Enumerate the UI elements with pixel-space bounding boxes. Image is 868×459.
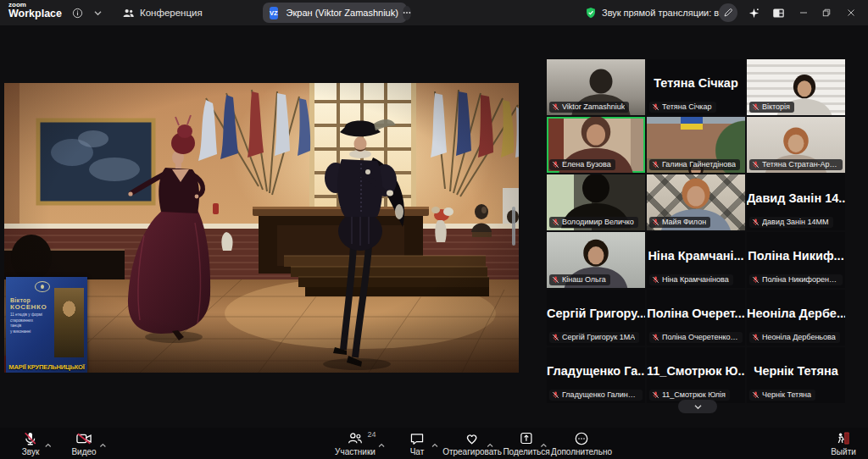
muted-mic-icon <box>652 334 659 341</box>
tab-screen-share[interactable]: VZ Экран (Viktor Zamashniuk) <box>263 3 407 23</box>
muted-mic-icon <box>652 103 659 111</box>
participant-display-name: Тетяна Січкар <box>647 76 745 90</box>
participant-display-name: Неоніла Дербе... <box>747 307 845 320</box>
tab-screen-label: Экран (Viktor Zamashniuk) <box>287 8 398 18</box>
cover-composer-first: Віктор <box>10 297 54 303</box>
participant-tile[interactable]: Володимир Величко <box>547 174 645 230</box>
participant-tile[interactable]: Давид Занін 14...Давид Занін 14ММ <box>747 174 845 230</box>
participant-tile[interactable]: Сергій Григору...Сергій Григорук 1МА <box>547 290 645 346</box>
ai-companion-button[interactable] <box>743 0 765 25</box>
participant-tile[interactable]: Елена Бузова <box>547 117 645 173</box>
participant-tile[interactable]: Галина Гайнетдінова <box>647 117 745 173</box>
react-options-chevron[interactable] <box>486 436 494 451</box>
participant-tile[interactable]: Чернік ТетянаЧернік Тетяна <box>747 347 845 403</box>
view-layout-button[interactable] <box>767 0 789 25</box>
participant-tile[interactable]: Майя Филон <box>647 174 745 230</box>
tab-conference[interactable]: Конференция <box>122 0 203 25</box>
more-icon <box>574 431 589 446</box>
chat-label: Чат <box>410 447 425 456</box>
participant-tile[interactable]: Viktor Zamashniuk <box>547 59 645 115</box>
participant-name-label: Майя Филон <box>649 217 710 229</box>
composer-portrait <box>54 288 84 357</box>
participant-name-label: Viktor Zamashniuk <box>549 102 629 113</box>
participants-button[interactable]: 24 Участники <box>335 430 376 456</box>
shared-screen-video: Віктор КОСЕНКО 11 етюдів у формі старови… <box>4 83 519 373</box>
participant-tile[interactable]: Тетяна СічкарТетяна Січкар <box>647 59 745 115</box>
participants-panel: Viktor ZamashniukТетяна СічкарТетяна Січ… <box>547 59 845 403</box>
participants-label: Участники <box>335 447 376 456</box>
muted-mic-icon <box>552 218 559 226</box>
participant-name-label: Давид Занін 14ММ <box>749 217 833 229</box>
info-icon[interactable] <box>68 0 86 25</box>
participant-display-name: Сергій Григору... <box>547 307 645 320</box>
participant-name-label: Галина Гайнетдінова <box>649 159 740 171</box>
muted-mic-icon <box>652 161 659 169</box>
participant-tile[interactable]: Поліна Никиф...Поліна Никифоренко 11... <box>747 232 845 288</box>
participants-icon <box>348 431 364 445</box>
participant-tile[interactable]: Неоніла Дербе...Неоніла Дербеньова <box>747 290 845 346</box>
muted-mic-icon <box>752 391 760 399</box>
muted-mic-icon <box>552 276 559 284</box>
leave-button[interactable]: Выйти <box>831 430 856 456</box>
participant-tile[interactable]: Кінаш Ольга <box>547 232 645 288</box>
participant-display-name: Ніна Крамчані... <box>647 249 745 263</box>
participant-tile[interactable]: Вікторія <box>747 59 845 115</box>
participant-name-label: Кінаш Ольга <box>549 274 610 286</box>
participant-tile[interactable]: Поліна Очерет...Поліна Очеретенко_ФП... <box>647 290 745 346</box>
participant-tile[interactable]: Гладущенко Га...Гладущенко Галина 24М... <box>547 347 645 403</box>
video-button[interactable]: Видео <box>71 430 96 456</box>
participant-name-label: Сергій Григорук 1МА <box>549 332 639 344</box>
cover-subtitle-2: старовинних <box>10 318 54 324</box>
participant-name-label: Тетяна Січкар <box>649 102 716 113</box>
more-button[interactable]: Дополнительно <box>551 430 612 456</box>
video-scrollbar[interactable] <box>512 207 515 246</box>
layout-icon <box>772 8 785 19</box>
participant-name-label: Ніна Крамчанінова <box>649 274 733 286</box>
maximize-button[interactable] <box>816 0 837 25</box>
chat-icon <box>409 432 425 445</box>
muted-mic-icon <box>552 391 559 399</box>
shield-check-icon <box>585 7 597 19</box>
meeting-toolbar: Звук Видео 24 Участники <box>0 428 868 459</box>
participant-name-label: Тетяна Стратан-Артішк... <box>749 159 843 171</box>
participant-tile[interactable]: Ніна Крамчані...Ніна Крамчанінова <box>647 232 745 288</box>
muted-mic-icon <box>552 103 559 111</box>
participant-display-name: Гладущенко Га... <box>547 364 645 378</box>
participant-tile[interactable]: Тетяна Стратан-Артішк... <box>747 117 845 173</box>
participant-display-name: Чернік Тетяна <box>747 364 845 378</box>
minimize-button[interactable] <box>793 0 814 25</box>
meeting-main-area: Віктор КОСЕНКО 11 етюдів у формі старови… <box>0 25 868 428</box>
more-label: Дополнительно <box>551 447 612 456</box>
participants-scroll-down-button[interactable] <box>678 400 717 413</box>
cover-subtitle-1: 11 етюдів у формі <box>10 312 54 318</box>
participant-name-label: Гладущенко Галина 24М... <box>549 390 643 401</box>
close-button[interactable] <box>841 0 861 25</box>
audio-button[interactable]: Звук <box>22 430 40 456</box>
share-button[interactable]: Поделиться <box>503 430 549 456</box>
participants-options-chevron[interactable] <box>378 436 387 451</box>
share-options-chevron[interactable] <box>539 436 548 451</box>
screen-tab-options-button[interactable] <box>403 6 411 20</box>
chevron-down-icon[interactable] <box>88 0 107 25</box>
logo-workplace-text: Workplace <box>8 8 62 19</box>
chat-button[interactable]: Чат <box>409 430 425 456</box>
muted-mic-icon <box>552 334 559 341</box>
participant-name-label: Вікторія <box>749 102 794 113</box>
video-options-chevron[interactable] <box>98 436 107 451</box>
audio-options-chevron[interactable] <box>44 436 53 451</box>
chevron-down-icon <box>693 404 703 410</box>
stream-status-text: Звук прямой трансляции: вкл. <box>602 8 732 18</box>
cover-subtitle-4: у виконанні <box>10 329 54 335</box>
camera-muted-icon <box>75 432 92 445</box>
vz-avatar-badge: VZ <box>270 7 278 19</box>
participant-name-label: Поліна Очеретенко_ФП... <box>649 332 743 344</box>
participant-tile[interactable]: 11_Смотрюк Ю...11_Смотрюк Юлія <box>647 347 745 403</box>
chat-options-chevron[interactable] <box>431 436 439 451</box>
participant-name-label: Володимир Величко <box>549 217 638 229</box>
mic-muted-icon <box>23 431 38 446</box>
heart-icon <box>464 431 480 445</box>
annotate-button[interactable] <box>719 3 737 22</box>
participant-name-label: Неоніла Дербеньова <box>749 332 840 344</box>
participant-display-name: Поліна Никиф... <box>747 249 845 263</box>
react-button[interactable]: Отреагировать <box>442 430 502 456</box>
